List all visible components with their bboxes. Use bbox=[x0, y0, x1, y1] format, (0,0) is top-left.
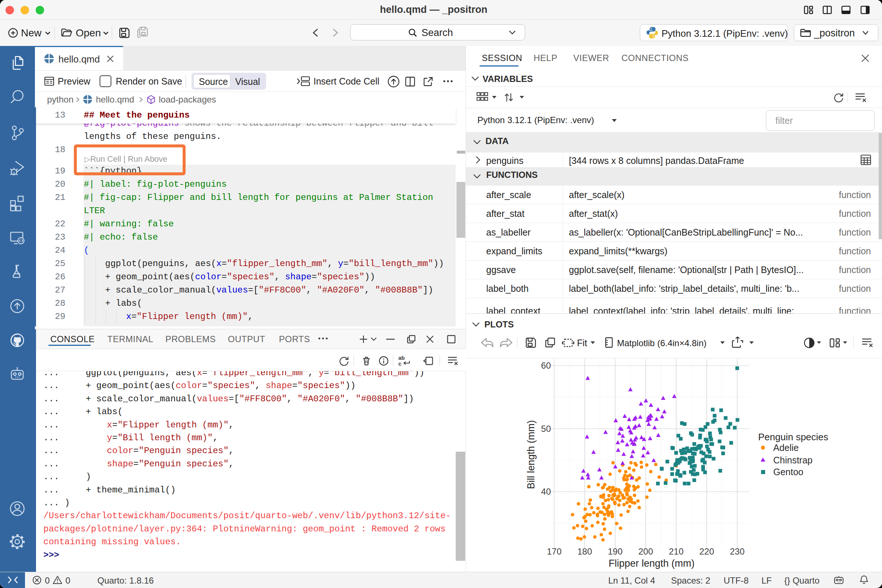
svg-text:230: 230 bbox=[730, 546, 744, 556]
svg-text:50: 50 bbox=[541, 424, 551, 434]
svg-text:200: 200 bbox=[638, 546, 653, 556]
svg-text:Penguin species: Penguin species bbox=[758, 432, 828, 442]
svg-text:ab: ab bbox=[398, 355, 405, 361]
svg-text:60: 60 bbox=[541, 360, 551, 370]
svg-text:Flipper length (mm): Flipper length (mm) bbox=[609, 558, 694, 569]
svg-text:180: 180 bbox=[578, 546, 592, 556]
svg-text:Chinstrap: Chinstrap bbox=[773, 455, 813, 465]
svg-text:Bill length (mm): Bill length (mm) bbox=[525, 420, 537, 489]
svg-text:210: 210 bbox=[669, 546, 684, 556]
svg-text:Gentoo: Gentoo bbox=[773, 467, 803, 477]
svg-text:c: c bbox=[398, 360, 401, 367]
svg-text:Adelie: Adelie bbox=[773, 442, 799, 453]
svg-text:40: 40 bbox=[541, 487, 551, 496]
svg-text:220: 220 bbox=[699, 546, 714, 556]
svg-text:170: 170 bbox=[547, 546, 561, 556]
svg-text:190: 190 bbox=[608, 546, 622, 556]
